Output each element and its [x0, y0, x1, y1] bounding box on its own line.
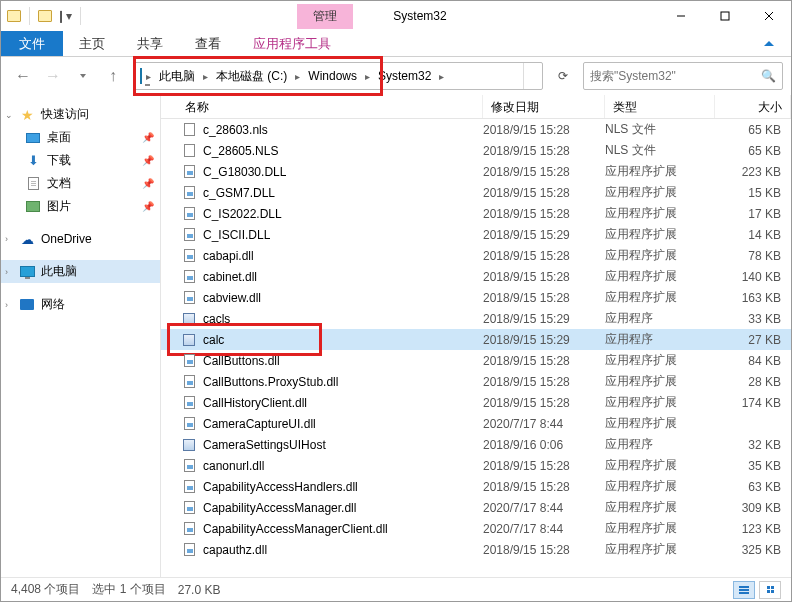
file-size: 14 KB	[715, 228, 791, 242]
crumb-thispc[interactable]: 此电脑	[155, 68, 199, 85]
file-row[interactable]: CapabilityAccessManagerClient.dll2020/7/…	[161, 518, 791, 539]
this-pc-icon	[19, 264, 35, 280]
expander-icon: ›	[5, 234, 8, 244]
search-box[interactable]: 🔍	[583, 62, 783, 90]
file-row[interactable]: C_ISCII.DLL2018/9/15 15:29应用程序扩展14 KB	[161, 224, 791, 245]
file-name: CapabilityAccessManager.dll	[203, 501, 356, 515]
file-name: C_G18030.DLL	[203, 165, 286, 179]
ribbon-collapse-button[interactable]	[747, 31, 791, 56]
sidebar-onedrive[interactable]: › ☁ OneDrive	[1, 228, 160, 250]
file-row[interactable]: CallHistoryClient.dll2018/9/15 15:28应用程序…	[161, 392, 791, 413]
file-name: capauthz.dll	[203, 543, 267, 557]
crumb-drive[interactable]: 本地磁盘 (C:)	[212, 68, 291, 85]
folder-icon[interactable]	[38, 10, 52, 22]
file-row[interactable]: CapabilityAccessHandlers.dll2018/9/15 15…	[161, 476, 791, 497]
sidebar-quick-access[interactable]: ⌄ ★ 快速访问	[1, 103, 160, 126]
file-tab[interactable]: 文件	[1, 31, 63, 56]
file-row[interactable]: cabapi.dll2018/9/15 15:28应用程序扩展78 KB	[161, 245, 791, 266]
this-pc-icon	[140, 69, 142, 83]
file-icon	[181, 164, 197, 180]
minimize-button[interactable]	[659, 1, 703, 31]
file-row[interactable]: cacls2018/9/15 15:29应用程序33 KB	[161, 308, 791, 329]
sidebar-this-pc[interactable]: › 此电脑	[1, 260, 160, 283]
breadcrumb[interactable]: ▸ 此电脑 ▸ 本地磁盘 (C:) ▸ Windows ▸ System32 ▸	[133, 62, 543, 90]
sidebar-item-downloads[interactable]: ⬇ 下载 📌	[1, 149, 160, 172]
file-size: 65 KB	[715, 123, 791, 137]
tab-home[interactable]: 主页	[63, 31, 121, 56]
address-dropdown[interactable]	[523, 63, 536, 89]
file-row[interactable]: canonurl.dll2018/9/15 15:28应用程序扩展35 KB	[161, 455, 791, 476]
file-row[interactable]: c_28603.nls2018/9/15 15:28NLS 文件65 KB	[161, 119, 791, 140]
crumb-windows[interactable]: Windows	[304, 69, 361, 83]
icons-view-button[interactable]	[759, 581, 781, 599]
file-row[interactable]: CallButtons.dll2018/9/15 15:28应用程序扩展84 K…	[161, 350, 791, 371]
file-row[interactable]: C_28605.NLS2018/9/15 15:28NLS 文件65 KB	[161, 140, 791, 161]
details-view-button[interactable]	[733, 581, 755, 599]
chevron-right-icon[interactable]: ▸	[363, 71, 372, 82]
sidebar-item-label: 快速访问	[41, 106, 89, 123]
col-size[interactable]: 大小	[715, 95, 791, 118]
file-type: 应用程序	[605, 436, 715, 453]
file-row[interactable]: calc2018/9/15 15:29应用程序27 KB	[161, 329, 791, 350]
chevron-right-icon[interactable]: ▸	[144, 71, 153, 82]
undo-icon[interactable]: ❙▾	[56, 9, 72, 23]
refresh-button[interactable]: ⟳	[549, 62, 577, 90]
file-size: 325 KB	[715, 543, 791, 557]
file-size: 32 KB	[715, 438, 791, 452]
close-button[interactable]	[747, 1, 791, 31]
chevron-right-icon[interactable]: ▸	[201, 71, 210, 82]
file-name: C_28605.NLS	[203, 144, 278, 158]
col-type[interactable]: 类型	[605, 95, 715, 118]
folder-icon	[7, 10, 21, 22]
tab-app-tools[interactable]: 应用程序工具	[237, 31, 347, 56]
file-row[interactable]: CameraCaptureUI.dll2020/7/17 8:44应用程序扩展	[161, 413, 791, 434]
file-size: 35 KB	[715, 459, 791, 473]
status-bar: 4,408 个项目 选中 1 个项目 27.0 KB	[1, 577, 791, 601]
file-icon	[181, 458, 197, 474]
chevron-right-icon[interactable]: ▸	[437, 71, 446, 82]
file-row[interactable]: CapabilityAccessManager.dll2020/7/17 8:4…	[161, 497, 791, 518]
file-row[interactable]: capauthz.dll2018/9/15 15:28应用程序扩展325 KB	[161, 539, 791, 560]
file-row[interactable]: cabview.dll2018/9/15 15:28应用程序扩展163 KB	[161, 287, 791, 308]
chevron-right-icon[interactable]: ▸	[293, 71, 302, 82]
up-button[interactable]: ↑	[99, 62, 127, 90]
file-type: 应用程序扩展	[605, 499, 715, 516]
tab-share[interactable]: 共享	[121, 31, 179, 56]
title-bar: ❙▾ 管理 System32	[1, 1, 791, 31]
sidebar-item-desktop[interactable]: 桌面 📌	[1, 126, 160, 149]
col-date[interactable]: 修改日期	[483, 95, 605, 118]
file-type: 应用程序扩展	[605, 205, 715, 222]
file-row[interactable]: c_GSM7.DLL2018/9/15 15:28应用程序扩展15 KB	[161, 182, 791, 203]
file-row[interactable]: CameraSettingsUIHost2018/9/16 0:06应用程序32…	[161, 434, 791, 455]
file-type: NLS 文件	[605, 121, 715, 138]
history-dropdown[interactable]	[69, 62, 97, 90]
crumb-system32[interactable]: System32	[374, 69, 435, 83]
maximize-button[interactable]	[703, 1, 747, 31]
file-date: 2018/9/15 15:29	[483, 228, 605, 242]
sidebar-item-label: 此电脑	[41, 263, 77, 280]
file-row[interactable]: CallButtons.ProxyStub.dll2018/9/15 15:28…	[161, 371, 791, 392]
sidebar-item-documents[interactable]: 文档 📌	[1, 172, 160, 195]
file-name: CallButtons.ProxyStub.dll	[203, 375, 338, 389]
file-row[interactable]: C_G18030.DLL2018/9/15 15:28应用程序扩展223 KB	[161, 161, 791, 182]
file-date: 2018/9/15 15:28	[483, 543, 605, 557]
file-row[interactable]: C_IS2022.DLL2018/9/15 15:28应用程序扩展17 KB	[161, 203, 791, 224]
window-title: System32	[393, 9, 446, 23]
file-name: c_GSM7.DLL	[203, 186, 275, 200]
back-button[interactable]: ←	[9, 62, 37, 90]
file-size: 123 KB	[715, 522, 791, 536]
file-size: 174 KB	[715, 396, 791, 410]
file-row[interactable]: cabinet.dll2018/9/15 15:28应用程序扩展140 KB	[161, 266, 791, 287]
file-date: 2018/9/15 15:28	[483, 207, 605, 221]
search-input[interactable]	[590, 69, 761, 83]
svg-rect-1	[721, 12, 729, 20]
network-icon	[19, 297, 35, 313]
col-name[interactable]: 名称	[161, 95, 483, 118]
sidebar-item-label: 文档	[47, 175, 71, 192]
sidebar-network[interactable]: › 网络	[1, 293, 160, 316]
search-icon: 🔍	[761, 69, 776, 83]
sidebar-item-pictures[interactable]: 图片 📌	[1, 195, 160, 218]
forward-button[interactable]: →	[39, 62, 67, 90]
tab-view[interactable]: 查看	[179, 31, 237, 56]
file-icon	[181, 185, 197, 201]
